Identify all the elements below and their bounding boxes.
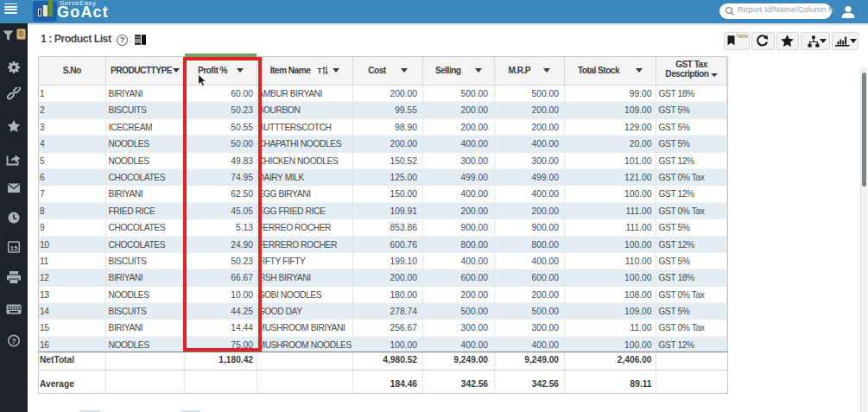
svg-text:?: ?	[11, 337, 16, 345]
svg-text:15: 15	[10, 244, 18, 252]
